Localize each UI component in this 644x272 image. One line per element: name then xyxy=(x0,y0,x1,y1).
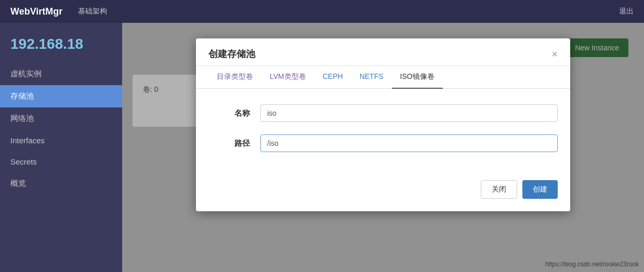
path-label: 路径 xyxy=(208,139,250,148)
infra-link[interactable]: 基础架构 xyxy=(78,7,107,16)
sidebar-item-interfaces[interactable]: Interfaces xyxy=(0,130,122,151)
tab-iso-vol[interactable]: ISO镜像卷 xyxy=(392,66,443,89)
path-input[interactable] xyxy=(260,134,558,152)
modal-overlay: 创建存储池 × 目录类型卷 LVM类型卷 CEPH NETFS ISO镜像卷 名… xyxy=(122,23,644,272)
sidebar-item-overview[interactable]: 概览 xyxy=(0,172,122,195)
sidebar: 192.168.18 虚机实例 存储池 网络池 Interfaces Secre… xyxy=(0,23,122,272)
content-area: New Instance 卷: 0 卷: 2 创建存储池 × 目录类型卷 LVM xyxy=(122,23,644,272)
create-button[interactable]: 创建 xyxy=(522,180,558,199)
sidebar-host: 192.168.18 xyxy=(0,28,122,63)
modal-close-button[interactable]: × xyxy=(551,49,558,59)
modal-footer: 关闭 创建 xyxy=(196,175,570,211)
main-layout: 192.168.18 虚机实例 存储池 网络池 Interfaces Secre… xyxy=(0,23,644,272)
form-row-path: 路径 xyxy=(208,134,558,152)
name-input[interactable] xyxy=(260,104,558,122)
sidebar-item-network-pool[interactable]: 网络池 xyxy=(0,107,122,130)
brand-logo: WebVirtMgr xyxy=(10,6,62,17)
topnav: WebVirtMgr 基础架构 退出 xyxy=(0,0,644,23)
modal-body: 名称 路径 xyxy=(196,89,570,175)
logout-button[interactable]: 退出 xyxy=(619,7,634,16)
tab-dir-vol[interactable]: 目录类型卷 xyxy=(208,66,261,89)
sidebar-item-storage-pool[interactable]: 存储池 xyxy=(0,85,122,107)
sidebar-item-secrets[interactable]: Secrets xyxy=(0,151,122,172)
sidebar-item-vm-instances[interactable]: 虚机实例 xyxy=(0,63,122,85)
modal-tabs: 目录类型卷 LVM类型卷 CEPH NETFS ISO镜像卷 xyxy=(196,66,570,89)
modal-dialog: 创建存储池 × 目录类型卷 LVM类型卷 CEPH NETFS ISO镜像卷 名… xyxy=(196,38,570,211)
modal-header: 创建存储池 × xyxy=(196,38,570,66)
tab-ceph[interactable]: CEPH xyxy=(314,66,351,89)
form-row-name: 名称 xyxy=(208,104,558,122)
tab-netfs[interactable]: NETFS xyxy=(351,66,392,89)
modal-title: 创建存储池 xyxy=(208,48,255,60)
name-label: 名称 xyxy=(208,108,250,118)
close-button[interactable]: 关闭 xyxy=(481,180,517,199)
tab-lvm-vol[interactable]: LVM类型卷 xyxy=(261,66,314,89)
